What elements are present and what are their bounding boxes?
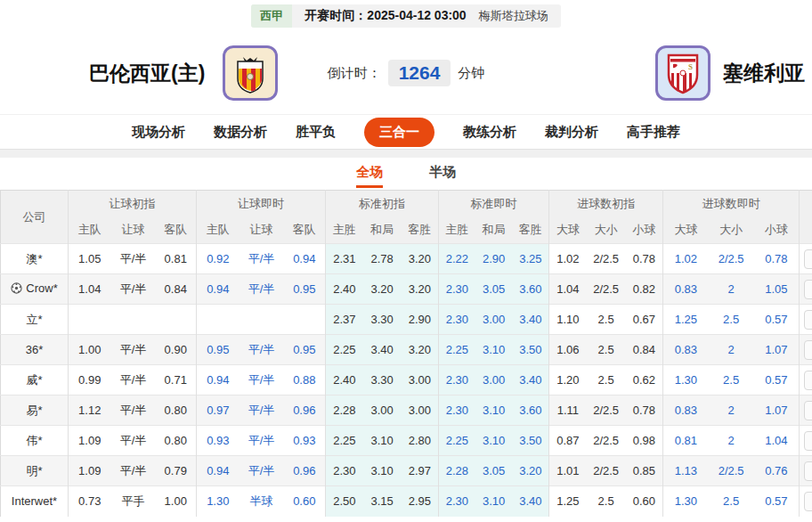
odds-cell-std_init: 3.15 [363, 486, 402, 517]
subcol-under: 小球 [754, 217, 800, 244]
nav-three-in-one-active[interactable]: 三合一 [364, 118, 434, 147]
odds-cell-goals_live: 1.30 [663, 486, 709, 517]
truncated-column-cell [800, 244, 812, 274]
odds-cell-std_live: 2.30 [439, 305, 475, 335]
odds-cell-handicap_init: 1.00 [156, 486, 197, 517]
odds-row: 明*1.09平/半0.790.94平/半0.962.303.102.972.28… [1, 456, 812, 486]
truncated-column-cell [800, 456, 812, 486]
odds-cell-goals_init: 1.11 [549, 396, 587, 426]
odds-cell-goals_init: 2/2.5 [587, 396, 626, 426]
odds-cell-goals_live: 1.13 [663, 456, 709, 486]
odds-cell-std_live: 2.25 [439, 335, 475, 365]
odds-table: 公司 让球初指 让球即时 标准初指 标准即时 进球数初指 进球数即时 主队 让球… [0, 190, 812, 517]
odds-cell-std_live: 3.10 [475, 486, 513, 517]
svg-text:S: S [688, 62, 693, 71]
nav-expert-picks[interactable]: 高手推荐 [627, 124, 680, 141]
odds-cell-std_live: 3.05 [475, 456, 513, 486]
odds-cell-handicap_live: 0.94 [197, 365, 240, 396]
truncated-button[interactable] [804, 280, 812, 299]
odds-cell-std_init: 2.37 [326, 305, 363, 335]
odds-cell-std_init: 2.40 [326, 274, 363, 305]
odds-cell-handicap_live: 平/半 [240, 365, 284, 396]
odds-cell-std_init: 3.00 [402, 396, 439, 426]
truncated-button[interactable] [804, 340, 812, 360]
subcol-under: 小球 [626, 217, 663, 244]
truncated-button[interactable] [804, 461, 812, 481]
odds-cell-handicap_init: 平/半 [111, 365, 156, 396]
odds-cell-std_live: 2.28 [439, 456, 475, 486]
odds-cell-handicap_live: 0.60 [284, 486, 326, 517]
table-sub-header-row: 主队 让球 客队 主队 让球 客队 主胜 和局 客胜 主胜 和局 客胜 大球 大… [1, 217, 812, 244]
odds-cell-goals_live: 2 [709, 396, 754, 426]
nav-data-analysis[interactable]: 数据分析 [214, 124, 267, 141]
bookmaker-name: 36* [1, 335, 69, 365]
odds-cell-goals_live: 2/2.5 [709, 244, 754, 274]
nav-live-analysis[interactable]: 现场分析 [132, 124, 185, 141]
home-team-crest-icon [223, 45, 278, 101]
odds-cell-goals_init: 2/2.5 [587, 274, 626, 305]
odds-cell-handicap_live: 0.96 [284, 456, 326, 486]
odds-cell-std_init: 3.00 [402, 365, 439, 396]
odds-cell-handicap_live: 0.97 [197, 396, 240, 426]
odds-cell-std_live: 3.40 [513, 486, 549, 517]
countdown-value-box: 1264 [388, 60, 451, 86]
nav-coach-analysis[interactable]: 教练分析 [463, 124, 516, 141]
truncated-button[interactable] [804, 401, 812, 420]
truncated-button[interactable] [804, 371, 812, 390]
odds-cell-goals_init: 0.98 [626, 426, 663, 456]
odds-cell-handicap_init: 1.05 [69, 244, 111, 274]
bookmaker-name: 伟* [1, 426, 69, 456]
truncated-column-cell [800, 426, 812, 456]
odds-cell-handicap_live: 平/半 [240, 426, 284, 456]
analysis-nav: 现场分析 数据分析 胜平负 三合一 教练分析 裁判分析 高手推荐 [0, 114, 812, 150]
odds-cell-handicap_live: 0.95 [197, 335, 240, 365]
odds-cell-handicap_live: 0.95 [284, 335, 326, 365]
truncated-button[interactable] [804, 431, 812, 451]
subcol-home: 主队 [69, 217, 111, 244]
nav-referee-analysis[interactable]: 裁判分析 [545, 124, 598, 141]
odds-cell-handicap_live: 半球 [240, 486, 284, 517]
odds-cell-handicap_init: 平手 [111, 486, 156, 517]
league-badge: 西甲 [251, 4, 292, 28]
subcol-home: 主队 [197, 217, 240, 244]
truncated-button[interactable] [804, 249, 812, 269]
odds-cell-std_init: 3.30 [363, 365, 402, 396]
odds-cell-goals_live: 1.25 [663, 305, 709, 335]
odds-cell-goals_init: 0.85 [626, 456, 663, 486]
odds-cell-std_live: 2.90 [475, 244, 513, 274]
odds-cell-std_live: 3.10 [475, 335, 513, 365]
bookmaker-name: Crow* [1, 274, 69, 305]
odds-cell-goals_init: 2.5 [587, 365, 626, 396]
odds-cell-std_init: 3.10 [363, 426, 402, 456]
odds-cell-goals_live: 2 [709, 426, 754, 456]
truncated-button[interactable] [804, 492, 812, 511]
odds-cell-goals_init: 0.60 [626, 486, 663, 517]
odds-cell-handicap_live: 平/半 [240, 244, 284, 274]
odds-cell-handicap_live: 0.92 [197, 244, 240, 274]
tab-half-match[interactable]: 半场 [429, 164, 456, 185]
odds-cell-std_live: 3.60 [513, 274, 549, 305]
odds-cell-handicap_init: 0.73 [69, 486, 111, 517]
odds-row: 易*1.12平/半0.800.97平/半0.962.283.003.002.30… [1, 396, 812, 426]
group-header-standard-initial: 标准初指 [326, 191, 439, 217]
odds-cell-goals_init: 1.06 [549, 335, 587, 365]
odds-cell-goals_init: 1.04 [549, 274, 587, 305]
match-info-bar: 西甲 开赛时间：2025-04-12 03:00 梅斯塔拉球场 [0, 0, 812, 32]
subcol-away: 客队 [156, 217, 197, 244]
nav-win-draw-lose[interactable]: 胜平负 [296, 124, 336, 141]
bookmaker-name: 威* [1, 365, 69, 396]
odds-cell-goals_init: 2/2.5 [587, 456, 626, 486]
odds-cell-handicap_init [111, 305, 156, 335]
countdown-label: 倒计时： [328, 65, 381, 82]
odds-cell-handicap_init: 平/半 [111, 456, 156, 486]
table-group-header-row: 公司 让球初指 让球即时 标准初指 标准即时 进球数初指 进球数即时 [1, 191, 812, 217]
odds-cell-goals_init: 0.87 [549, 426, 587, 456]
odds-cell-handicap_live: 0.94 [197, 274, 240, 305]
odds-cell-std_init: 3.20 [363, 274, 402, 305]
subcol-line: 大小 [587, 217, 626, 244]
odds-cell-handicap_init: 0.81 [156, 244, 197, 274]
bookmaker-name: 易* [1, 396, 69, 426]
countdown-value: 1264 [399, 62, 441, 83]
tab-full-match[interactable]: 全场 [356, 164, 383, 188]
truncated-button[interactable] [804, 310, 812, 330]
